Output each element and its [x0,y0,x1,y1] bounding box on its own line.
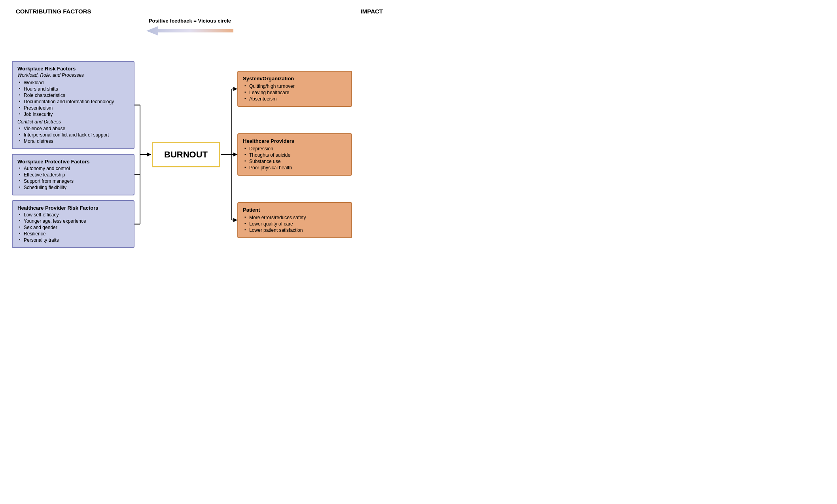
feedback-arrow-container: Positive feedback = Vicious circle [138,18,241,24]
list-item: Documentation and information technology [19,99,129,105]
list-item: Lower quality of care [244,221,347,227]
workplace-risk-title: Workplace Risk Factors [17,66,129,72]
list-item: Depression [244,146,347,152]
system-org-box: System/Organization Quitting/high turnov… [237,71,352,107]
workplace-risk-list2: Violence and abuse Interpersonal conflic… [17,125,129,144]
list-item: Support from managers [19,178,129,184]
list-item: Presenteeism [19,105,129,111]
list-item: Autonomy and control [19,165,129,172]
header-row: CONTRIBUTING FACTORS IMPACT [12,8,407,15]
healthcare-providers-list: Depression Thoughts of suicide Substance… [243,146,347,171]
feedback-row: Positive feedback = Vicious circle [16,18,407,24]
list-item: Role characteristics [19,92,129,99]
provider-risk-box: Healthcare Provider Risk Factors Low sel… [12,200,134,248]
list-item: Personality traits [19,237,129,243]
contributing-factors-header: CONTRIBUTING FACTORS [16,8,91,15]
list-item: Thoughts of suicide [244,152,347,158]
list-item: Low self-efficacy [19,212,129,218]
patient-box: Patient More errors/reduces safety Lower… [237,202,352,238]
svg-marker-10 [233,87,237,91]
healthcare-providers-title: Healthcare Providers [243,138,347,144]
provider-risk-title: Healthcare Provider Risk Factors [17,205,129,211]
workplace-risk-subtitle2: Conflict and Distress [17,119,129,125]
gradient-arrow-svg [146,26,233,36]
list-item: Workload [19,80,129,86]
workplace-protective-list: Autonomy and control Effective leadershi… [17,165,129,191]
list-item: Leaving healthcare [244,89,347,96]
list-item: Violence and abuse [19,125,129,132]
right-column: System/Organization Quitting/high turnov… [237,61,352,248]
workplace-protective-title: Workplace Protective Factors [17,159,129,165]
list-item: Poor physical health [244,165,347,171]
svg-marker-12 [233,152,237,156]
workplace-risk-list1: Workload Hours and shifts Role character… [17,80,129,117]
svg-marker-0 [146,26,233,36]
workplace-risk-box: Workplace Risk Factors Workload, Role, a… [12,61,134,149]
list-item: Lower patient satisfaction [244,227,347,233]
burnout-box: BURNOUT [152,142,220,167]
system-org-title: System/Organization [243,76,347,81]
impact-header: IMPACT [361,8,383,15]
patient-list: More errors/reduces safety Lower quality… [243,214,347,233]
list-item: Job insecurity [19,111,129,117]
svg-marker-6 [147,153,151,157]
list-item: Resilience [19,231,129,237]
list-item: Scheduling flexibility [19,184,129,191]
svg-marker-14 [233,218,237,222]
list-item: Quitting/high turnover [244,83,347,89]
list-item: Younger age, less experience [19,218,129,224]
middle-column: BURNOUT [134,61,237,248]
diagram-wrapper: CONTRIBUTING FACTORS IMPACT Positive fee… [12,8,407,248]
gradient-arrow-area [138,26,241,36]
main-content: Workplace Risk Factors Workload, Role, a… [12,61,407,248]
patient-title: Patient [243,207,347,213]
system-org-list: Quitting/high turnover Leaving healthcar… [243,83,347,102]
gradient-arrow-row [16,26,407,36]
provider-risk-list: Low self-efficacy Younger age, less expe… [17,212,129,243]
workplace-protective-box: Workplace Protective Factors Autonomy an… [12,154,134,195]
workplace-risk-subtitle1: Workload, Role, and Processes [17,72,129,78]
list-item: Hours and shifts [19,86,129,92]
list-item: Effective leadership [19,172,129,178]
list-item: Substance use [244,158,347,165]
list-item: Absenteeism [244,96,347,102]
burnout-label: BURNOUT [164,150,208,159]
list-item: Sex and gender [19,224,129,231]
list-item: Interpersonal conflict and lack of suppo… [19,132,129,138]
healthcare-providers-box: Healthcare Providers Depression Thoughts… [237,133,352,176]
list-item: More errors/reduces safety [244,214,347,221]
list-item: Moral distress [19,138,129,144]
left-column: Workplace Risk Factors Workload, Role, a… [12,61,134,248]
feedback-label: Positive feedback = Vicious circle [149,18,231,24]
